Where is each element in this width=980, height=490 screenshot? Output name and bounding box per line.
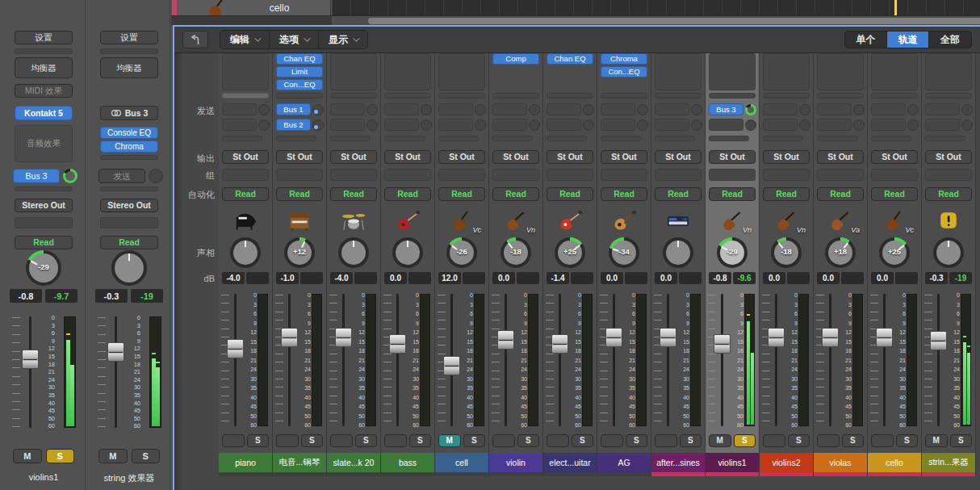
automation-button[interactable]: Read xyxy=(438,187,485,201)
empty-send-slot[interactable] xyxy=(330,119,365,131)
fader-cap[interactable] xyxy=(551,334,568,354)
output-button[interactable]: St Out xyxy=(547,150,593,164)
group-slot[interactable] xyxy=(492,169,539,181)
group-slot[interactable] xyxy=(925,169,972,181)
fader-cap[interactable] xyxy=(822,328,839,347)
empty-send-slot[interactable] xyxy=(601,103,635,115)
solo-button[interactable]: S xyxy=(680,434,702,447)
solo-button[interactable]: S xyxy=(355,434,378,447)
empty-insert-slot[interactable] xyxy=(438,53,485,90)
insert-thin-slot[interactable] xyxy=(276,93,323,98)
group-slot[interactable] xyxy=(100,217,158,228)
send-slot[interactable]: Bus 3 xyxy=(13,169,60,183)
empty-send-slot[interactable] xyxy=(817,103,852,115)
automation-button[interactable]: Read xyxy=(709,187,756,201)
output-button[interactable]: Stereo Out xyxy=(15,199,73,212)
fader-cap[interactable] xyxy=(876,328,893,347)
group-slot[interactable] xyxy=(709,169,756,181)
fader-track[interactable] xyxy=(883,294,886,426)
db-peak-value[interactable] xyxy=(354,272,377,284)
empty-send-slot[interactable] xyxy=(384,103,419,115)
output-button[interactable]: St Out xyxy=(222,150,269,164)
group-slot[interactable] xyxy=(276,169,323,181)
send-thin-slot[interactable] xyxy=(222,136,262,141)
solo-button[interactable]: S xyxy=(896,434,919,447)
fader-cap[interactable] xyxy=(660,328,676,347)
empty-insert-slot[interactable] xyxy=(925,53,972,90)
group-slot[interactable] xyxy=(655,169,701,181)
mute-button[interactable]: M xyxy=(871,434,894,447)
db-value[interactable]: 12.0 xyxy=(438,272,461,284)
pan-knob[interactable] xyxy=(933,237,964,268)
automation-button[interactable]: Read xyxy=(871,187,918,201)
db-peak-value[interactable] xyxy=(787,272,810,284)
group-slot[interactable] xyxy=(438,169,485,181)
fader-cap[interactable] xyxy=(281,328,298,347)
pan-knob[interactable]: -29 xyxy=(717,237,748,268)
db-peak-value[interactable]: -19 xyxy=(949,272,972,284)
send-thin-slot[interactable] xyxy=(492,136,533,141)
pan-knob[interactable]: +12 xyxy=(284,237,315,268)
fader-track[interactable] xyxy=(721,294,723,426)
settings-button[interactable]: 设置 xyxy=(15,31,73,44)
mute-button[interactable]: M xyxy=(13,449,42,463)
fader-cap[interactable] xyxy=(22,350,39,369)
menu-options[interactable]: 选项 xyxy=(270,31,319,48)
group-slot[interactable] xyxy=(222,169,269,181)
mute-button[interactable]: M xyxy=(330,434,353,447)
automation-button[interactable]: Read xyxy=(492,187,539,201)
send-knob[interactable] xyxy=(63,169,77,183)
db-peak-value[interactable] xyxy=(895,272,918,284)
send-thin-slot[interactable] xyxy=(601,136,641,141)
insert-thin-slot[interactable] xyxy=(817,93,864,98)
empty-send-slot[interactable] xyxy=(763,103,798,115)
send-knob[interactable] xyxy=(745,104,756,115)
empty-send-slot[interactable] xyxy=(601,119,635,131)
insert-thin-slot[interactable] xyxy=(330,93,377,98)
audio-fx-area[interactable]: 音频效果 xyxy=(15,125,73,162)
solo-button[interactable]: S xyxy=(517,434,540,447)
solo-button[interactable]: S xyxy=(572,434,594,447)
mute-button[interactable]: M xyxy=(709,434,731,447)
insert-thin-slot[interactable] xyxy=(384,93,431,98)
track-header[interactable]: cello xyxy=(177,0,331,15)
automation-button[interactable]: Read xyxy=(547,187,593,201)
thin-slot[interactable] xyxy=(15,186,73,191)
group-slot[interactable] xyxy=(15,217,73,228)
scrollbar-track[interactable] xyxy=(332,16,980,25)
plugin-slot[interactable]: Con...EQ xyxy=(276,79,323,90)
track-name-label[interactable]: violins2 xyxy=(760,453,813,472)
db-value[interactable]: -0.3 xyxy=(925,272,948,284)
mute-button[interactable]: M xyxy=(655,434,677,447)
fader-cap[interactable] xyxy=(227,339,244,358)
fader-track[interactable] xyxy=(613,294,615,426)
send-knob[interactable] xyxy=(312,104,324,115)
db-value[interactable]: 0.0 xyxy=(763,272,785,284)
fader-cap[interactable] xyxy=(605,328,622,347)
track-name-label[interactable]: elect...uitar xyxy=(543,453,597,472)
db-peak-value[interactable] xyxy=(625,272,647,284)
send-slot[interactable]: Bus 1 xyxy=(276,103,311,115)
empty-send-slot[interactable] xyxy=(330,103,365,115)
db-peak-value[interactable]: -9.6 xyxy=(733,272,756,284)
db-peak-value[interactable] xyxy=(463,272,485,284)
pan-knob[interactable]: +25 xyxy=(879,237,910,268)
insert-thin-slot[interactable] xyxy=(547,93,593,98)
fader-cap[interactable] xyxy=(497,330,514,350)
fader-track[interactable] xyxy=(288,294,291,426)
send-thin-slot[interactable] xyxy=(709,136,749,141)
fader-track[interactable] xyxy=(667,294,669,426)
view-mode-tracks[interactable]: 轨道 xyxy=(887,31,929,48)
empty-send-slot[interactable] xyxy=(384,119,419,131)
strip-name-label[interactable]: string 效果器 xyxy=(87,472,171,484)
pan-knob[interactable]: -18 xyxy=(771,237,802,268)
solo-button[interactable]: S xyxy=(950,434,973,447)
track-name-label[interactable]: 电音...钢琴 xyxy=(273,453,326,472)
track-name-label[interactable]: violins1 xyxy=(706,453,759,472)
pan-knob[interactable] xyxy=(338,237,369,268)
insert-thin-slot[interactable] xyxy=(492,93,539,98)
empty-send-slot[interactable] xyxy=(871,103,906,115)
solo-button[interactable]: S xyxy=(734,434,756,447)
insert-thin-slot[interactable] xyxy=(655,93,701,98)
mute-button[interactable]: M xyxy=(222,434,245,447)
